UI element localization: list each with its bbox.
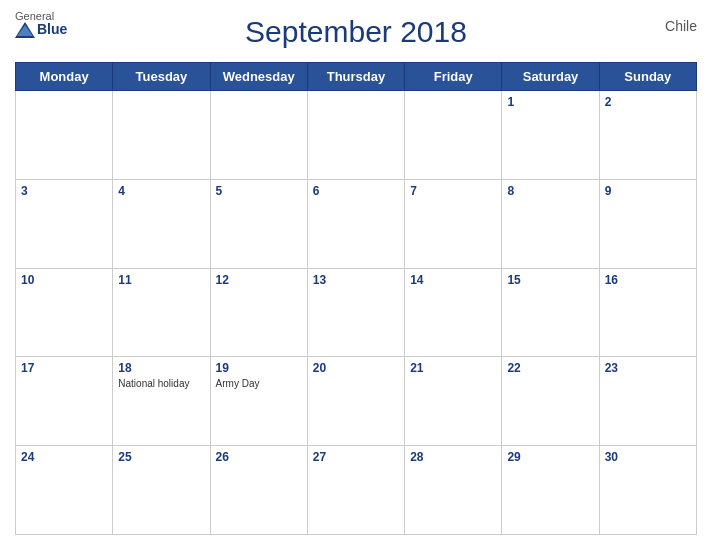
calendar-header: General Blue September 2018 Chile [15, 10, 697, 54]
calendar-cell [16, 91, 113, 180]
day-number: 13 [313, 273, 399, 287]
week-row-1: 12 [16, 91, 697, 180]
day-header-thursday: Thursday [307, 63, 404, 91]
day-number: 8 [507, 184, 593, 198]
calendar-cell [405, 91, 502, 180]
day-number: 26 [216, 450, 302, 464]
calendar-cell: 22 [502, 357, 599, 446]
day-number: 17 [21, 361, 107, 375]
calendar-cell: 21 [405, 357, 502, 446]
day-header-tuesday: Tuesday [113, 63, 210, 91]
calendar-table: MondayTuesdayWednesdayThursdayFridaySatu… [15, 62, 697, 535]
calendar-cell: 11 [113, 268, 210, 357]
calendar-cell [113, 91, 210, 180]
day-number: 12 [216, 273, 302, 287]
week-row-3: 10111213141516 [16, 268, 697, 357]
day-number: 14 [410, 273, 496, 287]
day-header-friday: Friday [405, 63, 502, 91]
logo-general: General [15, 10, 67, 22]
calendar-cell: 29 [502, 446, 599, 535]
day-number: 27 [313, 450, 399, 464]
calendar-cell [307, 91, 404, 180]
logo-icon [15, 22, 35, 38]
calendar-cell: 20 [307, 357, 404, 446]
calendar-cell: 6 [307, 179, 404, 268]
week-row-2: 3456789 [16, 179, 697, 268]
day-number: 10 [21, 273, 107, 287]
calendar-cell: 28 [405, 446, 502, 535]
day-header-wednesday: Wednesday [210, 63, 307, 91]
day-number: 24 [21, 450, 107, 464]
day-number: 18 [118, 361, 204, 375]
logo-area: General Blue [15, 10, 67, 38]
day-number: 28 [410, 450, 496, 464]
day-number: 3 [21, 184, 107, 198]
calendar-cell: 24 [16, 446, 113, 535]
calendar-cell: 1 [502, 91, 599, 180]
calendar-cell: 9 [599, 179, 696, 268]
calendar-cell: 10 [16, 268, 113, 357]
day-number: 11 [118, 273, 204, 287]
days-header-row: MondayTuesdayWednesdayThursdayFridaySatu… [16, 63, 697, 91]
day-number: 9 [605, 184, 691, 198]
calendar-cell: 7 [405, 179, 502, 268]
country-label: Chile [665, 18, 697, 34]
calendar-cell: 5 [210, 179, 307, 268]
calendar-cell: 25 [113, 446, 210, 535]
day-number: 1 [507, 95, 593, 109]
day-number: 30 [605, 450, 691, 464]
calendar-cell: 19Army Day [210, 357, 307, 446]
calendar-container: General Blue September 2018 Chile Monday… [0, 0, 712, 550]
day-number: 16 [605, 273, 691, 287]
day-number: 7 [410, 184, 496, 198]
day-number: 15 [507, 273, 593, 287]
day-number: 21 [410, 361, 496, 375]
calendar-cell [210, 91, 307, 180]
calendar-cell: 14 [405, 268, 502, 357]
day-number: 20 [313, 361, 399, 375]
calendar-cell: 4 [113, 179, 210, 268]
logo-blue: Blue [37, 22, 67, 37]
calendar-cell: 2 [599, 91, 696, 180]
calendar-cell: 23 [599, 357, 696, 446]
day-header-saturday: Saturday [502, 63, 599, 91]
week-row-4: 1718National holiday19Army Day20212223 [16, 357, 697, 446]
calendar-cell: 15 [502, 268, 599, 357]
week-row-5: 24252627282930 [16, 446, 697, 535]
calendar-cell: 3 [16, 179, 113, 268]
calendar-cell: 13 [307, 268, 404, 357]
event-label: National holiday [118, 377, 204, 390]
calendar-cell: 27 [307, 446, 404, 535]
calendar-cell: 16 [599, 268, 696, 357]
month-title: September 2018 [245, 15, 467, 49]
calendar-cell: 18National holiday [113, 357, 210, 446]
calendar-cell: 8 [502, 179, 599, 268]
day-number: 29 [507, 450, 593, 464]
calendar-cell: 17 [16, 357, 113, 446]
day-number: 19 [216, 361, 302, 375]
day-number: 22 [507, 361, 593, 375]
day-number: 23 [605, 361, 691, 375]
svg-marker-1 [17, 25, 33, 36]
calendar-cell: 12 [210, 268, 307, 357]
day-header-monday: Monday [16, 63, 113, 91]
day-number: 6 [313, 184, 399, 198]
event-label: Army Day [216, 377, 302, 390]
day-number: 25 [118, 450, 204, 464]
calendar-cell: 30 [599, 446, 696, 535]
day-header-sunday: Sunday [599, 63, 696, 91]
day-number: 2 [605, 95, 691, 109]
day-number: 4 [118, 184, 204, 198]
calendar-cell: 26 [210, 446, 307, 535]
day-number: 5 [216, 184, 302, 198]
